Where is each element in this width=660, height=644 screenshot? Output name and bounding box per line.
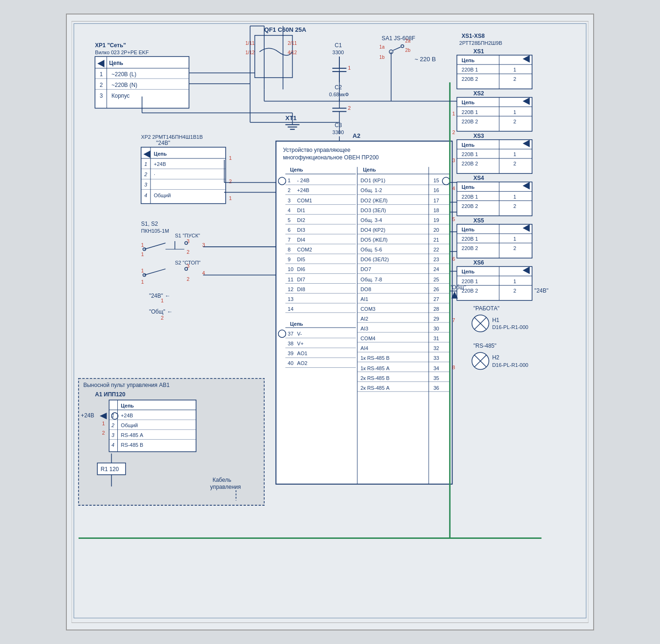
xp2-pin1: 1 xyxy=(229,155,232,161)
a2-r-rs485-1b-num: 33 xyxy=(433,355,439,361)
xs1-row2: 220В 2 xyxy=(462,76,478,82)
voltage-220-label: ~ 220 В xyxy=(415,56,436,63)
xp2-pin2: 2 xyxy=(229,179,232,184)
xs1-xs8-desc: 2РТТ28БПН2Ш9В xyxy=(459,40,502,46)
xp2-row1-num: 1 xyxy=(144,161,147,167)
xs1-row2-num: 2 xyxy=(513,76,516,82)
a2-left-r12-val: DI8 xyxy=(297,286,305,292)
a1-r1-num: 1 xyxy=(111,413,114,418)
s2-pin2: 1 xyxy=(141,279,144,285)
sa1-pin1b: 1b xyxy=(380,55,385,60)
xs4-row2-num: 2 xyxy=(513,203,516,209)
a2-left-r7-num: 7 xyxy=(288,237,291,243)
xs1-row1-num: 1 xyxy=(513,67,516,72)
a2-r-com3-val: COM3 xyxy=(360,306,375,312)
xs4-label: XS4 xyxy=(473,175,484,181)
a2-left-r3-val: COM1 xyxy=(297,198,312,203)
qf1-label: QF1 C60N 25А xyxy=(264,26,307,33)
bus-num-1: 1 xyxy=(452,111,455,116)
a2-left-r7-val: DI4 xyxy=(297,237,305,243)
a2-r-do5-val: DO5 (ЖЕЛ) xyxy=(360,237,387,243)
pin-1-left: 1 xyxy=(161,298,164,303)
pin-2-left: 2 xyxy=(161,315,164,321)
24v-output-right: "24В" xyxy=(534,287,548,294)
a2-left-r10-num: 10 xyxy=(288,266,294,272)
a2-r-do3-val: DO3 (ЗЕЛ) xyxy=(360,208,386,213)
ab1-pin1: 1 xyxy=(102,421,105,426)
xs4-row1-num: 1 xyxy=(513,194,516,200)
a2-left2-r39-val: AO1 xyxy=(297,351,308,356)
a2-left-r2-num: 2 xyxy=(288,187,291,193)
a2-r-do3-num: 18 xyxy=(433,208,439,213)
xs5-row2-num: 2 xyxy=(513,245,516,251)
xp2-row4-val: Общий xyxy=(154,193,171,198)
a2-left2-r40-val: AO2 xyxy=(297,361,308,366)
bus-num-3: 3 xyxy=(452,157,455,163)
a2-r-do2-val: DO2 (ЖЕЛ) xyxy=(360,198,387,203)
xp2-pin1b: 1 xyxy=(229,195,232,201)
xp1-row1-val: ~220В (L) xyxy=(111,71,136,78)
xs1-individual-label: XS1 xyxy=(473,48,484,55)
s2-pin2b: 2 xyxy=(187,276,189,282)
bus-num-7: 7 xyxy=(452,317,455,323)
xs5-header: Цепь xyxy=(462,227,475,232)
a2-left-header: Цепь xyxy=(290,167,303,172)
bus-num-2: 2 xyxy=(452,129,455,135)
xs3-row1: 220В 1 xyxy=(462,151,478,157)
a2-r-ai4-val: AI4 xyxy=(360,345,368,351)
xs5-row1-num: 1 xyxy=(513,236,516,242)
a2-r-ai1-num: 27 xyxy=(433,296,439,302)
a2-left2-r37-num: 37 xyxy=(288,331,294,336)
xp1-row2-num: 2 xyxy=(100,82,103,88)
xs2-label: XS2 xyxy=(473,90,484,97)
c3-label: C3 xyxy=(335,122,342,129)
a2-r-com4-val: COM4 xyxy=(360,336,375,341)
a2-r-rs485-1a-num: 34 xyxy=(433,365,439,371)
a2-r-do8-num: 26 xyxy=(433,286,439,292)
xs3-row2-num: 2 xyxy=(513,161,516,166)
xp1-row2-val: ~220В (N) xyxy=(111,82,137,88)
xs1-xs8-label: XS1-XS8 xyxy=(462,33,485,39)
a2-left2-r38-val: V+ xyxy=(297,341,304,346)
xs6-header: Цепь xyxy=(462,269,475,274)
xs6-row1: 220В 1 xyxy=(462,279,478,284)
xp1-row1-num: 1 xyxy=(100,71,103,78)
a2-r-ai3-num: 30 xyxy=(433,326,439,331)
a2-r-do4-num: 20 xyxy=(433,227,439,233)
c1-value: 3300 xyxy=(332,50,344,55)
diagram-container: QF1 C60N 25А 1/11 2/11 1/12 4/12 XP1 "Се… xyxy=(66,14,594,630)
a2-left-r13-num: 13 xyxy=(288,296,294,302)
bus-num-6: 6 xyxy=(452,256,455,262)
xs5-row2: 220В 2 xyxy=(462,245,478,251)
sa1-pin1a: 1а xyxy=(380,44,385,50)
ab1-pin2: 2 xyxy=(102,430,105,436)
xs3-header: Цепь xyxy=(462,142,475,148)
a2-left-r14-num: 14 xyxy=(288,306,294,312)
xp2-row2-val: · xyxy=(154,172,155,177)
a2-left-r11-num: 11 xyxy=(288,277,294,282)
a2-r-rs485-1a-val: 1к RS-485 А xyxy=(360,365,390,371)
a2-left-r5-num: 5 xyxy=(288,217,291,223)
a1-r3-num: 3 xyxy=(111,432,115,438)
xs4-row2: 220В 2 xyxy=(462,203,478,209)
xs2-header: Цепь xyxy=(462,100,475,105)
h2-label: H2 xyxy=(492,354,500,361)
s1-pin3: 3 xyxy=(187,238,189,244)
h2-desc: D16-PL-R1-000 xyxy=(492,362,528,368)
a2-r-do7-val: DO7 xyxy=(360,266,371,272)
a2-r-obsh56-num: 22 xyxy=(433,247,439,252)
a2-left-r3-num: 3 xyxy=(288,198,291,203)
a1-r2-num: 2 xyxy=(111,422,114,428)
a2-r-obsh12-val: Общ. 1-2 xyxy=(360,187,382,193)
a2-left-r6-num: 6 xyxy=(288,227,291,233)
a2-r-obsh78-num: 25 xyxy=(433,277,439,282)
c1-label: C1 xyxy=(335,42,342,49)
a2-r-ai4-num: 32 xyxy=(433,345,439,351)
xs5-row1: 220В 1 xyxy=(462,236,478,242)
a2-r-obsh34-val: Общ. 3-4 xyxy=(360,217,382,223)
24v-label-left: "24В" ← xyxy=(149,293,170,299)
xs4-row1: 220В 1 xyxy=(462,194,478,200)
xs6-row1-num: 1 xyxy=(513,279,516,284)
bus-num-4: 4 xyxy=(452,186,455,191)
a1-r4-num: 4 xyxy=(111,442,114,448)
